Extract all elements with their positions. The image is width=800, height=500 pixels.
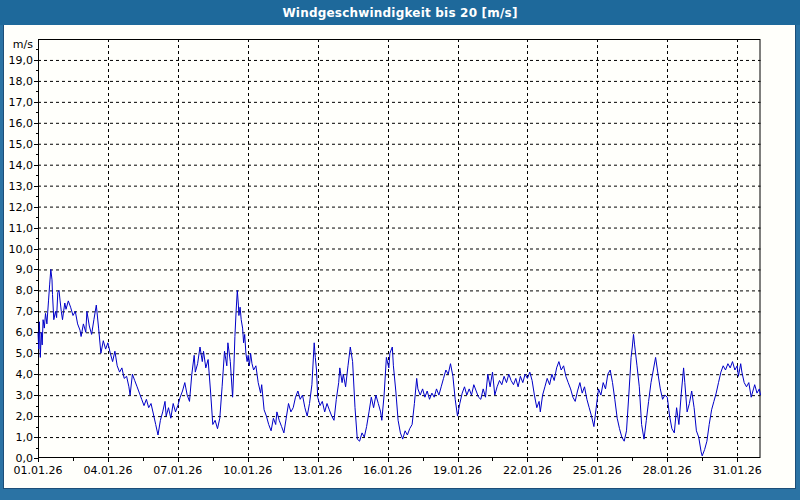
x-tick-label: 19.01.26 xyxy=(433,464,482,477)
y-tick-label: 14,0 xyxy=(9,159,34,172)
y-tick-label: 2,0 xyxy=(16,410,34,423)
y-tick-label: 9,0 xyxy=(16,263,34,276)
wind-chart-page: { "window": { "title": "Windgeschwindigk… xyxy=(0,0,800,500)
x-tick-label: 31.01.26 xyxy=(713,464,762,477)
y-tick-label: 6,0 xyxy=(16,326,34,339)
y-tick-label: 7,0 xyxy=(16,305,34,318)
axis-labels: 0,01,02,03,04,05,06,07,08,09,010,011,012… xyxy=(9,38,762,477)
wind-speed-series-line xyxy=(38,269,761,456)
x-tick-label: 10.01.26 xyxy=(223,464,272,477)
gridlines xyxy=(38,39,761,458)
y-tick-label: 17,0 xyxy=(9,96,34,109)
x-tick-label: 07.01.26 xyxy=(153,464,202,477)
y-tick-label: 18,0 xyxy=(9,75,34,88)
y-tick-label: 12,0 xyxy=(9,201,34,214)
y-tick-label: 8,0 xyxy=(16,284,34,297)
x-tick-label: 28.01.26 xyxy=(643,464,692,477)
x-tick-label: 22.01.26 xyxy=(503,464,552,477)
y-tick-label: 10,0 xyxy=(9,243,34,256)
y-tick-label: 19,0 xyxy=(9,54,34,67)
y-tick-label: 1,0 xyxy=(16,431,34,444)
x-tick-label: 04.01.26 xyxy=(83,464,132,477)
wind-speed-chart: 0,01,02,03,04,05,06,07,08,09,010,011,012… xyxy=(0,0,800,500)
x-tick-label: 13.01.26 xyxy=(293,464,342,477)
y-tick-label: 11,0 xyxy=(9,222,34,235)
y-tick-label: 4,0 xyxy=(16,368,34,381)
axis-ticks xyxy=(34,50,738,463)
y-tick-label: 3,0 xyxy=(16,389,34,402)
y-tick-label: 5,0 xyxy=(16,347,34,360)
y-axis-unit-label: m/s xyxy=(13,38,33,51)
y-tick-label: 15,0 xyxy=(9,138,34,151)
y-tick-label: 16,0 xyxy=(9,117,34,130)
x-tick-label: 01.01.26 xyxy=(14,464,63,477)
y-tick-label: 13,0 xyxy=(9,180,34,193)
x-tick-label: 16.01.26 xyxy=(363,464,412,477)
x-tick-label: 25.01.26 xyxy=(573,464,622,477)
